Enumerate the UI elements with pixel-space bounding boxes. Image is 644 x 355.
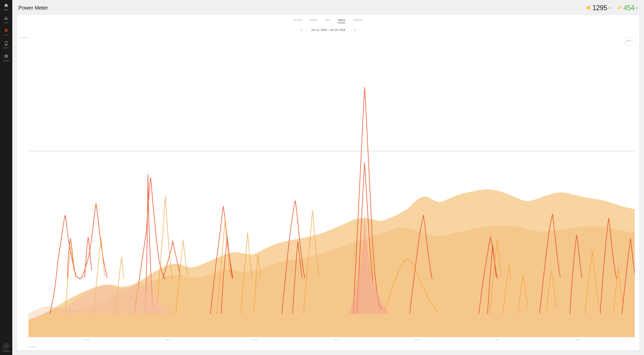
sidebar-item-now[interactable]: Now (0, 0, 12, 13)
month-label: Jun 2018 (17, 345, 640, 350)
sidebar-item-usage[interactable]: Usage (0, 13, 12, 25)
tab-week[interactable]: WEEK (338, 19, 346, 23)
grid-unit: w (636, 6, 638, 10)
header: Power Meter ☀️ 1295 w ⚡ 454 w (12, 0, 644, 15)
grid-value: 454 (624, 4, 634, 12)
settings-icon (4, 54, 9, 59)
solar-stat: ☀️ 1295 w (586, 4, 610, 12)
sidebar-item-settings[interactable]: Settings (0, 51, 12, 64)
sidebar-label-meter: Meter (4, 34, 8, 36)
bar-chart-icon (4, 15, 9, 21)
now-button[interactable]: NOW (624, 36, 633, 46)
solar-unit: w (609, 6, 610, 10)
chart-area: 11000w NOW (17, 35, 640, 339)
main-content: Power Meter ☀️ 1295 w ⚡ 454 w 15 MIN HOU… (12, 0, 644, 355)
sidebar-item-meter[interactable]: Meter (0, 25, 12, 38)
sidebar-item-devices[interactable]: Devices (0, 38, 12, 51)
svg-rect-1 (6, 17, 6, 20)
sidebar-label-now: Now (4, 9, 8, 11)
x-label-mon: Mon (576, 339, 580, 341)
time-tabs: 15 MIN HOUR DAY WEEK MONTH (17, 15, 640, 25)
date-range: Jun 11, 2018 – Jun 18, 2018 (311, 28, 345, 31)
x-label-jun15: Jun 15 (334, 339, 339, 341)
header-stats: ☀️ 1295 w ⚡ 454 w (586, 4, 638, 12)
tab-15min[interactable]: 15 MIN (294, 19, 302, 23)
page-title: Power Meter (18, 5, 48, 11)
sidebar-label-settings: Settings (3, 60, 10, 62)
sidebar-label-devices: Devices (3, 47, 9, 49)
tab-day[interactable]: DAY (325, 19, 330, 23)
tab-month[interactable]: MONTH (353, 19, 362, 23)
sidebar: Now Usage Meter Devices Settings (0, 0, 12, 355)
x-label-jun13: Jun 13 (166, 339, 171, 341)
feedback-label: Feedback (2, 350, 10, 352)
solar-icon: ☀️ (586, 6, 591, 11)
sidebar-feedback[interactable]: Feedback (0, 340, 12, 355)
date-nav: ‹ Jun 11, 2018 – Jun 18, 2018 › (17, 25, 640, 35)
svg-rect-2 (7, 19, 8, 20)
grid-icon: ⚡ (617, 6, 622, 11)
x-label-jun16: Jun 16 (414, 339, 420, 341)
x-label-jun14: Jun 14 (252, 339, 258, 341)
tab-hour[interactable]: HOUR (310, 19, 318, 23)
prev-arrow[interactable]: ‹ (299, 27, 303, 33)
home-icon (4, 3, 9, 8)
x-label-sun: Sun (495, 339, 499, 341)
chart-container: 15 MIN HOUR DAY WEEK MONTH ‹ Jun 11, 201… (17, 15, 640, 350)
sidebar-label-usage: Usage (4, 22, 9, 24)
feedback-icon (3, 343, 9, 349)
meter-icon (4, 28, 9, 34)
y-axis-label: 11000w (20, 36, 28, 39)
grid-stat: ⚡ 454 w (617, 4, 638, 12)
x-label-jun12: Jun 12 (84, 339, 90, 341)
x-axis: Jun 12 Jun 13 Jun 14 Jun 15 Jun 16 Sun M… (17, 339, 640, 345)
devices-icon (4, 41, 9, 46)
power-chart (28, 35, 635, 337)
solar-value: 1295 (592, 4, 607, 12)
next-arrow[interactable]: › (353, 27, 357, 33)
svg-rect-0 (4, 18, 5, 20)
